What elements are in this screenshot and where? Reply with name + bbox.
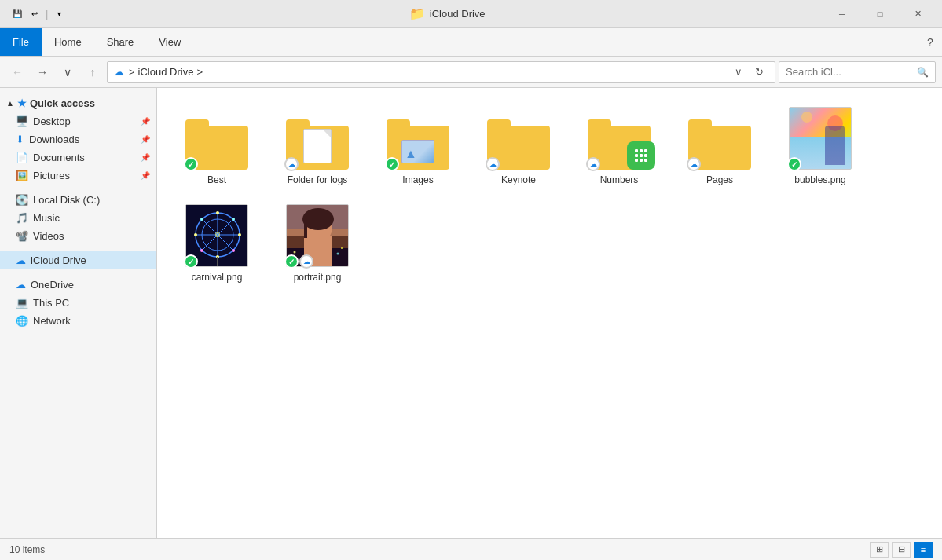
downloads-label: Downloads xyxy=(29,134,79,145)
address-path: > iCloud Drive > xyxy=(129,66,203,78)
address-box[interactable]: ☁ > iCloud Drive > ∨ ↻ xyxy=(107,61,775,83)
customize-button[interactable]: ▾ xyxy=(51,6,67,22)
sidebar-item-local-disk[interactable]: 💽 Local Disk (C:) xyxy=(0,191,156,209)
svg-rect-8 xyxy=(644,159,647,162)
file-item-keynote[interactable]: ☁ Keynote xyxy=(471,101,566,192)
videos-icon: 📽️ xyxy=(16,230,28,242)
up-button[interactable]: ↑ xyxy=(82,61,104,83)
svg-rect-4 xyxy=(640,154,643,157)
file-item-images[interactable]: ▲ ✓ Images xyxy=(371,101,465,192)
music-label: Music xyxy=(33,212,60,224)
sidebar-item-icloud-drive[interactable]: ☁ iCloud Drive xyxy=(0,251,156,269)
pin-icon-documents: 📌 xyxy=(141,153,150,162)
file-item-best[interactable]: ✓ Best xyxy=(170,101,264,192)
file-label: portrait.png xyxy=(294,272,342,283)
sidebar-item-downloads[interactable]: ⬇ Downloads 📌 xyxy=(0,130,156,148)
tab-file[interactable]: File xyxy=(0,28,42,56)
pin-icon-pictures: 📌 xyxy=(141,171,150,180)
file-item-bubbles[interactable]: ✓ bubbles.png xyxy=(773,101,867,192)
sidebar-item-music[interactable]: 🎵 Music xyxy=(0,209,156,227)
icloud-icon: ☁ xyxy=(16,254,26,266)
svg-point-35 xyxy=(337,253,339,255)
view-toggles: ⊞ ⊟ ≡ xyxy=(870,542,933,558)
file-label: Keynote xyxy=(501,174,536,185)
svg-point-22 xyxy=(200,218,203,221)
address-path-drive: iCloud Drive xyxy=(138,66,194,78)
undo-button[interactable]: ↩ xyxy=(27,6,42,22)
main-layout: ▲ ★ Quick access 🖥️ Desktop 📌 ⬇ Download… xyxy=(0,88,942,538)
ribbon: File Home Share View ? xyxy=(0,28,942,57)
svg-point-23 xyxy=(232,249,235,252)
sidebar-item-documents[interactable]: 📄 Documents 📌 xyxy=(0,148,156,167)
file-grid: ✓ Best ☁ Folder for logs xyxy=(170,101,929,289)
close-button[interactable]: ✕ xyxy=(900,2,936,26)
network-icon: 🌐 xyxy=(16,315,28,327)
help-button[interactable]: ? xyxy=(918,28,942,56)
recent-locations-button[interactable]: ∨ xyxy=(57,61,79,83)
file-label: Images xyxy=(402,174,433,185)
sidebar-item-pictures[interactable]: 🖼️ Pictures 📌 xyxy=(0,167,156,185)
file-item-carnival[interactable]: ✓ carnival.png xyxy=(170,198,264,289)
file-item-pages[interactable]: ☁ Pages xyxy=(673,101,767,192)
refresh-button[interactable]: ↻ xyxy=(750,63,768,82)
network-label: Network xyxy=(33,315,71,327)
pc-icon: 💻 xyxy=(16,297,28,309)
cloud-icon: ☁ xyxy=(114,66,124,78)
sidebar: ▲ ★ Quick access 🖥️ Desktop 📌 ⬇ Download… xyxy=(0,88,157,538)
downloads-icon: ⬇ xyxy=(16,134,24,145)
title-folder-icon: 📁 xyxy=(409,6,425,21)
sidebar-item-videos[interactable]: 📽️ Videos xyxy=(0,227,156,245)
large-icon-view-button[interactable]: ⊞ xyxy=(870,542,889,558)
svg-point-36 xyxy=(341,247,343,249)
sidebar-item-desktop[interactable]: 🖥️ Desktop 📌 xyxy=(0,112,156,130)
disk-icon: 💽 xyxy=(16,194,28,206)
search-box[interactable]: 🔍 xyxy=(779,61,936,83)
minimize-button[interactable]: ─ xyxy=(824,2,860,26)
medium-icon-view-button[interactable]: ⊟ xyxy=(892,542,911,558)
content-area: ✓ Best ☁ Folder for logs xyxy=(157,88,942,538)
save-button[interactable]: 💾 xyxy=(9,6,25,22)
svg-rect-32 xyxy=(304,222,307,238)
maximize-button[interactable]: □ xyxy=(862,2,898,26)
quick-access-toolbar: 💾 ↩ | ▾ xyxy=(6,6,70,22)
cloud-sync-badge: ☁ xyxy=(486,157,500,171)
onedrive-icon: ☁ xyxy=(16,279,26,291)
sidebar-item-this-pc[interactable]: 💻 This PC xyxy=(0,294,156,312)
tab-home[interactable]: Home xyxy=(42,28,94,56)
pictures-label: Pictures xyxy=(33,170,70,181)
file-item-folder-for-logs[interactable]: ☁ Folder for logs xyxy=(270,101,365,192)
svg-rect-0 xyxy=(635,149,638,152)
svg-rect-2 xyxy=(644,149,647,152)
svg-point-20 xyxy=(194,233,197,236)
address-path-chevron: > xyxy=(196,66,203,78)
music-icon: 🎵 xyxy=(16,212,28,224)
quick-access-label: Quick access xyxy=(30,97,95,109)
svg-rect-5 xyxy=(644,154,647,157)
back-button[interactable]: ← xyxy=(6,61,28,83)
svg-rect-3 xyxy=(635,154,638,157)
local-disk-label: Local Disk (C:) xyxy=(33,194,100,206)
tab-share[interactable]: Share xyxy=(94,28,147,56)
search-icon: 🔍 xyxy=(917,67,929,78)
portrait-badges: ✓ ☁ xyxy=(284,254,313,269)
file-label: carnival.png xyxy=(192,272,243,283)
window-title-area: 📁 iCloud Drive xyxy=(70,6,824,21)
sidebar-item-onedrive[interactable]: ☁ OneDrive xyxy=(0,276,156,294)
svg-point-21 xyxy=(232,218,235,221)
file-item-portrait[interactable]: ✓ ☁ portrait.png xyxy=(270,198,365,289)
sidebar-section-quick-access[interactable]: ▲ ★ Quick access xyxy=(0,94,156,112)
documents-icon: 📄 xyxy=(16,152,28,163)
svg-rect-7 xyxy=(640,159,643,162)
forward-button[interactable]: → xyxy=(31,61,53,83)
window-title: iCloud Drive xyxy=(430,8,486,20)
pin-icon: 📌 xyxy=(141,117,150,126)
sidebar-item-network[interactable]: 🌐 Network xyxy=(0,312,156,330)
svg-rect-1 xyxy=(640,149,643,152)
sync-check-badge: ✓ xyxy=(184,157,198,171)
search-input[interactable] xyxy=(786,66,914,78)
address-dropdown-button[interactable]: ∨ xyxy=(729,63,748,82)
file-item-numbers[interactable]: ☁ Numbers xyxy=(572,101,666,192)
tab-view[interactable]: View xyxy=(146,28,193,56)
star-icon: ★ xyxy=(17,97,27,109)
detail-view-button[interactable]: ≡ xyxy=(914,542,933,558)
